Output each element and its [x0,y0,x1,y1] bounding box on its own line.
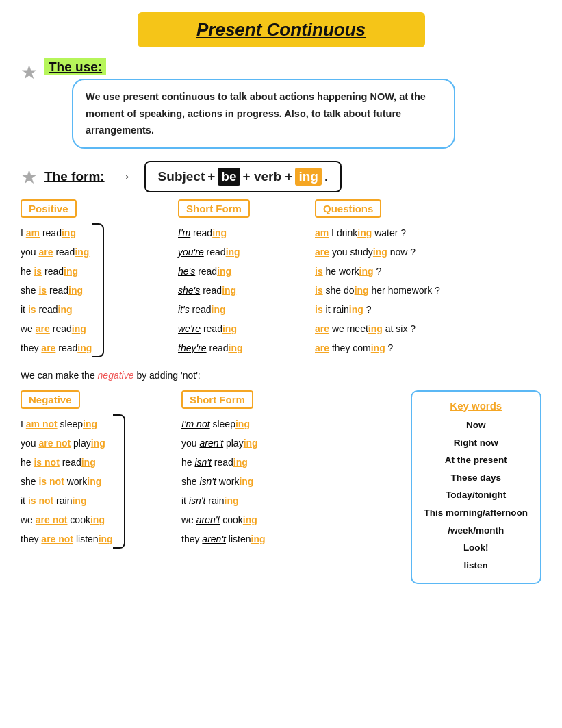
list-item: Today/tonight [424,486,528,504]
list-item: At the present [424,451,528,469]
form-label: The form: [44,169,105,184]
negative-word: negative [98,370,134,381]
list-item: he is reading [21,262,92,281]
positive-brace [92,223,104,357]
list-item: is he working ? [315,262,541,281]
neg-tables-container: Negative I am not sleeping you are not p… [21,390,398,549]
positive-entries-list: I am reading you are reading he is readi… [21,223,92,357]
list-item: I am reading [21,223,92,242]
list-item: we're reading [178,319,308,338]
questions-col: Questions am I drinking water ? are you … [308,199,541,357]
list-item: Look! [424,539,528,557]
form-section: The form: → Subject + be + verb + ing . [44,161,342,192]
negative-col: Negative I am not sleeping you are not p… [21,390,168,549]
list-item: they aren't listening [181,529,315,549]
list-item: I'm reading [178,223,308,242]
negative-brace [113,414,125,549]
short-form-negative-col: Short Form I'm not sleeping you aren't p… [168,390,315,549]
positive-brace-container: I am reading you are reading he is readi… [21,223,164,357]
list-item: they are not listening [21,529,113,549]
list-item: are you studying now ? [315,242,541,262]
list-item: she is not working [21,472,113,491]
list-item: she is reading [21,281,92,300]
list-item: it is reading [21,300,92,319]
list-item: they're reading [178,338,308,357]
list-item: This morning/afternoon/week/month [424,504,528,539]
list-item: you are reading [21,242,92,262]
list-item: you're reading [178,242,308,262]
list-item: she isn't working [181,472,315,491]
formula-plus1: + [207,169,215,184]
list-item: he's reading [178,262,308,281]
formula-ing: ing [295,168,322,186]
key-words-title: Key words [424,400,528,412]
negative-brace-container: I am not sleeping you are not playing he… [21,414,168,549]
list-item: is it raining ? [315,300,541,319]
list-item: Right now [424,434,528,452]
use-section: ★ The use: We use present continuous to … [21,60,541,149]
neg-short-form-entries-list: I'm not sleeping you aren't playing he i… [181,414,315,549]
positive-col: Positive I am reading you are reading he… [21,199,164,357]
form-section-row: ★ The form: → Subject + be + verb + ing … [21,161,541,192]
use-bubble: We use present continuous to talk about … [72,79,455,149]
short-form-entries-list: I'm reading you're reading he's reading … [178,223,308,357]
key-words-box: Key words Now Right now At the present T… [411,390,542,584]
main-content: Present Continuous ★ The use: We use pre… [21,12,541,584]
positive-tables-row: Positive I am reading you are reading he… [21,199,541,357]
bottom-row: Negative I am not sleeping you are not p… [21,390,541,584]
list-item: they are reading [21,338,92,357]
list-item: Now [424,416,528,434]
list-item: it isn't raining [181,491,315,510]
list-item: she's reading [178,281,308,300]
star-icon: ★ [21,61,38,84]
star-icon-2: ★ [21,166,38,188]
formula-be: be [218,168,240,186]
list-item: listen [424,557,528,575]
formula-subject: Subject [158,169,205,184]
list-item: is she doing her homework ? [315,281,541,300]
list-item: I'm not sleeping [181,414,315,434]
neg-short-form-header: Short Form [181,390,253,409]
list-item: I am not sleeping [21,414,113,434]
negative-entries-list: I am not sleeping you are not playing he… [21,414,113,549]
formula-plus2: + verb + [243,169,293,184]
use-text: We use present continuous to talk about … [86,91,426,136]
negative-header: Negative [21,390,80,409]
list-item: it's reading [178,300,308,319]
list-item: These days [424,469,528,487]
short-form-positive-col: Short Form I'm reading you're reading he… [164,199,308,357]
questions-entries-list: am I drinking water ? are you studying n… [315,223,541,357]
negative-note: We can make the negative by adding 'not'… [21,370,541,381]
positive-header: Positive [21,199,77,218]
list-item: you aren't playing [181,434,315,453]
list-item: we aren't cooking [181,510,315,529]
list-item: you are not playing [21,434,113,453]
page-title: Present Continuous [196,19,366,40]
list-item: we are not cooking [21,510,113,529]
list-item: am I drinking water ? [315,223,541,242]
arrow-icon: → [117,168,132,186]
list-item: are they coming ? [315,338,541,357]
form-box: Subject + be + verb + ing . [144,161,342,192]
formula-dot: . [324,169,328,184]
list-item: he is not reading [21,453,113,472]
list-item: it is not raining [21,491,113,510]
short-form-header: Short Form [178,199,250,218]
list-item: we are reading [21,319,92,338]
list-item: are we meeting at six ? [315,319,541,338]
use-label: The use: [44,58,106,75]
title-box: Present Continuous [138,12,425,47]
list-item: he isn't reading [181,453,315,472]
questions-header: Questions [315,199,381,218]
